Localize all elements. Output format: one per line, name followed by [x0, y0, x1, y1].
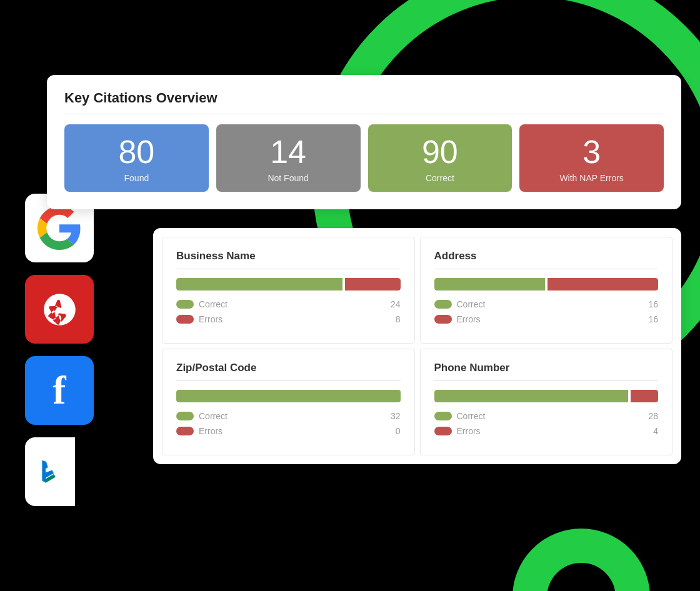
correct-dot [434, 412, 452, 420]
errors-value: 4 [653, 426, 658, 436]
business-name-correct-bar [176, 278, 342, 291]
correct-value: 16 [648, 299, 658, 309]
correct-label: Correct [199, 299, 386, 309]
stat-not-found-number: 14 [224, 136, 353, 168]
correct-label: Correct [199, 411, 386, 421]
errors-dot [176, 315, 194, 324]
errors-value: 16 [648, 314, 658, 324]
errors-value: 0 [396, 426, 401, 436]
address-correct-bar [434, 278, 545, 291]
stat-found-number: 80 [72, 136, 201, 168]
nap-section-address: Address Correct 16 Errors 16 [420, 237, 673, 344]
stat-nap-errors-number: 3 [527, 136, 656, 168]
correct-dot [176, 412, 194, 420]
stat-not-found-label: Not Found [224, 173, 353, 183]
business-name-bar [176, 278, 401, 291]
correct-dot [434, 300, 452, 309]
business-name-title: Business Name [176, 250, 401, 269]
stat-correct-label: Correct [376, 173, 505, 183]
errors-dot [434, 315, 452, 324]
errors-dot [176, 427, 194, 435]
errors-dot [434, 427, 452, 435]
errors-value: 8 [396, 314, 401, 324]
stat-found: 80 Found [64, 124, 209, 192]
green-bottom-arc [512, 529, 650, 591]
address-correct-legend: Correct 16 [434, 299, 659, 309]
stat-nap-errors: 3 With NAP Errors [519, 124, 664, 192]
stat-not-found: 14 Not Found [216, 124, 361, 192]
correct-label: Correct [457, 411, 644, 421]
phone-correct-bar [434, 390, 628, 402]
zip-correct-bar [176, 390, 401, 402]
nap-details-card: Business Name Correct 24 Errors 8 Addres… [153, 228, 681, 464]
correct-value: 24 [391, 299, 401, 309]
phone-title: Phone Number [434, 362, 659, 381]
zip-errors-legend: Errors 0 [176, 426, 401, 436]
address-bar [434, 278, 659, 291]
address-errors-bar [548, 278, 658, 291]
phone-errors-bar [631, 390, 658, 402]
phone-errors-legend: Errors 4 [434, 426, 659, 436]
correct-label: Correct [457, 299, 644, 309]
address-title: Address [434, 250, 659, 269]
stat-correct: 90 Correct [368, 124, 512, 192]
correct-value: 32 [391, 411, 401, 421]
errors-label: Errors [457, 426, 649, 436]
zip-correct-legend: Correct 32 [176, 411, 401, 421]
business-name-correct-legend: Correct 24 [176, 299, 401, 309]
stat-nap-errors-label: With NAP Errors [527, 173, 656, 183]
citations-title: Key Citations Overview [64, 90, 664, 114]
stat-found-label: Found [72, 173, 201, 183]
zip-title: Zip/Postal Code [176, 362, 401, 381]
phone-correct-legend: Correct 28 [434, 411, 659, 421]
nap-section-business-name: Business Name Correct 24 Errors 8 [162, 237, 415, 344]
correct-dot [176, 300, 194, 309]
nap-section-phone: Phone Number Correct 28 Errors 4 [420, 349, 673, 455]
citations-overview-card: Key Citations Overview 80 Found 14 Not F… [47, 75, 681, 209]
errors-label: Errors [457, 314, 644, 324]
business-name-errors-legend: Errors 8 [176, 314, 401, 324]
business-name-errors-bar [345, 278, 401, 291]
zip-bar [176, 390, 401, 402]
correct-value: 28 [648, 411, 658, 421]
errors-label: Errors [199, 314, 391, 324]
address-errors-legend: Errors 16 [434, 314, 659, 324]
errors-label: Errors [199, 426, 391, 436]
nap-section-zip: Zip/Postal Code Correct 32 Errors 0 [162, 349, 415, 455]
phone-bar [434, 390, 659, 402]
stat-correct-number: 90 [376, 136, 505, 168]
main-content: Key Citations Overview 80 Found 14 Not F… [47, 75, 681, 464]
stats-row: 80 Found 14 Not Found 90 Correct 3 With … [64, 124, 664, 192]
